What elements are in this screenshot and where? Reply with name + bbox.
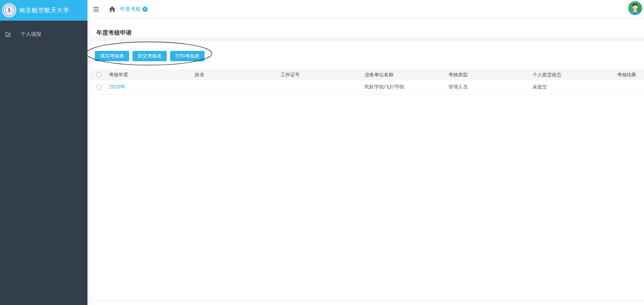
content-box: 填写考核表 提交考核表 打印考核表 考核年度 姓名 工作证号 业务单位名称 考核… xyxy=(90,41,644,301)
brand-title: 南京航空航天大学 xyxy=(19,7,69,14)
sidebar-item-personal-filing[interactable]: 个人填报 xyxy=(0,26,87,43)
col-header-status: 个人提交状态 xyxy=(533,69,617,80)
cell-result xyxy=(617,80,644,94)
cell-name xyxy=(195,80,280,94)
select-all-checkbox[interactable] xyxy=(97,72,101,77)
table-row: 2020年 民航学院/飞行学院 管理人员 未提交 xyxy=(90,80,644,94)
content-header: 年度考核申请 xyxy=(90,18,644,37)
col-header-type: 考核类型 xyxy=(448,69,533,80)
topbar: 年度考核 ✕ xyxy=(87,0,644,18)
cell-work-id xyxy=(280,80,365,94)
cell-status: 未提交 xyxy=(533,80,617,94)
tab-close-icon[interactable]: ✕ xyxy=(142,7,148,12)
home-icon[interactable] xyxy=(109,6,116,12)
university-logo xyxy=(2,3,16,17)
submit-assessment-form-button[interactable]: 提交考核表 xyxy=(132,51,167,61)
print-assessment-form-button[interactable]: 打印考核表 xyxy=(170,51,204,61)
university-seal-icon xyxy=(3,4,16,17)
tab-annual-assessment[interactable]: 年度考核 ✕ xyxy=(120,6,148,13)
toolbar: 填写考核表 提交考核表 打印考核表 xyxy=(95,51,644,61)
row-checkbox[interactable] xyxy=(97,85,101,90)
page-title: 年度考核申请 xyxy=(96,29,644,37)
user-avatar[interactable] xyxy=(628,1,642,15)
main-content: 年度考核申请 填写考核表 提交考核表 打印考核表 考核年度 姓名 工作证号 xyxy=(87,18,644,305)
col-header-name: 姓名 xyxy=(195,69,280,80)
left-gutter xyxy=(87,18,90,305)
col-header-result: 考核结果 xyxy=(617,69,644,80)
year-link[interactable]: 2020年 xyxy=(109,84,125,90)
cell-unit: 民航学院/飞行学院 xyxy=(365,80,448,94)
cell-type: 管理人员 xyxy=(448,80,533,94)
tab-label: 年度考核 xyxy=(120,6,141,13)
sidebar: 个人填报 xyxy=(0,21,87,305)
menu-toggle-icon[interactable] xyxy=(93,6,99,13)
sidebar-item-label: 个人填报 xyxy=(21,31,41,38)
section-divider xyxy=(90,37,644,41)
col-header-year: 考核年度 xyxy=(109,69,195,80)
edit-icon xyxy=(5,31,11,37)
fill-assessment-form-button[interactable]: 填写考核表 xyxy=(95,51,129,61)
brand-header: 南京航空航天大学 xyxy=(0,0,87,21)
table-header-row: 考核年度 姓名 工作证号 业务单位名称 考核类型 个人提交状态 考核结果 xyxy=(90,69,644,80)
col-header-unit: 业务单位名称 xyxy=(365,69,448,80)
col-header-work-id: 工作证号 xyxy=(280,69,365,80)
assessment-table: 考核年度 姓名 工作证号 业务单位名称 考核类型 个人提交状态 考核结果 202… xyxy=(90,69,644,94)
